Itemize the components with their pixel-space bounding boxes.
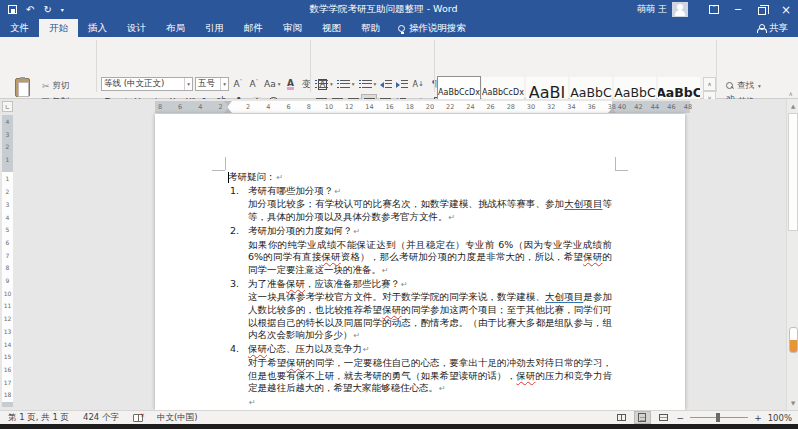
spelling-error-text: 保研 bbox=[321, 251, 340, 262]
tab-插入[interactable]: 插入 bbox=[78, 19, 117, 37]
minimize-button[interactable]: ─ bbox=[726, 0, 750, 19]
web-layout-button[interactable] bbox=[656, 412, 671, 423]
ruler-number: 3 bbox=[2, 130, 13, 137]
language-indicator[interactable]: 中文(中国) bbox=[157, 412, 198, 424]
page-indicator[interactable]: 第 1 页, 共 1 页 bbox=[8, 412, 69, 424]
right-indent-marker[interactable] bbox=[608, 108, 616, 113]
proofing-errors-icon[interactable] bbox=[133, 414, 143, 422]
ruler-number: 42 bbox=[634, 103, 642, 111]
shrink-font-button[interactable]: Aˇ bbox=[247, 77, 261, 91]
bullets-button[interactable]: ▾ bbox=[314, 77, 334, 91]
tab-邮件[interactable]: 邮件 bbox=[234, 19, 273, 37]
document-canvas: ∟ 86422468101214161820222426283032343638… bbox=[0, 99, 798, 410]
decrease-indent-button[interactable] bbox=[379, 77, 393, 91]
first-line-indent-marker[interactable] bbox=[224, 101, 232, 106]
ruler-number: 16 bbox=[385, 103, 393, 111]
redo-button[interactable]: ↻ bbox=[43, 5, 51, 15]
share-label: 共享 bbox=[769, 22, 788, 35]
ribbon-display-options-button[interactable]: ˆ bbox=[702, 0, 726, 19]
tab-开始[interactable]: 开始 bbox=[39, 19, 78, 37]
ruler-number: 34 bbox=[567, 103, 575, 111]
tab-引用[interactable]: 引用 bbox=[195, 19, 234, 37]
read-mode-button[interactable] bbox=[614, 412, 629, 423]
undo-button[interactable]: ↶ bbox=[26, 5, 34, 15]
sort-button[interactable]: A↓ bbox=[411, 77, 425, 91]
close-button[interactable]: × bbox=[774, 0, 798, 19]
font-name-dropdown-arrow[interactable]: ▾ bbox=[184, 78, 190, 90]
increase-indent-button[interactable] bbox=[395, 77, 409, 91]
paragraph-mark: ↵ bbox=[449, 213, 456, 222]
font-size-combo[interactable]: 五号 ▾ bbox=[195, 77, 229, 91]
paragraph-mark: ↵ bbox=[354, 331, 361, 340]
ribbon-tab-bar: 文件 开始插入设计布局引用邮件审阅视图帮助 操作说明搜索 共享 bbox=[0, 19, 798, 37]
ruler-number: 18 bbox=[406, 103, 414, 111]
scroll-up-arrow[interactable]: ▲ bbox=[787, 100, 798, 112]
ruler-number: 40 bbox=[618, 103, 626, 111]
tabs: 开始插入设计布局引用邮件审阅视图帮助 bbox=[39, 19, 390, 37]
customize-qat-button[interactable]: ▾ bbox=[61, 5, 64, 15]
spelling-error-text: 保研 bbox=[583, 251, 602, 262]
ruler-number: 18 bbox=[2, 391, 13, 398]
ruler-number: 15 bbox=[2, 353, 13, 360]
user-avatar[interactable] bbox=[672, 2, 688, 17]
print-layout-button[interactable] bbox=[635, 412, 650, 423]
horizontal-ruler[interactable]: 8642246810121416182022242628303234363840… bbox=[155, 101, 690, 113]
list-item: 4.保研心态、压力以及竞争力↵ bbox=[228, 343, 612, 357]
document-page[interactable]: 考研疑问：↵1.考研有哪些加分项？↵加分项比较多；有学校认可的比赛名次，如数学建… bbox=[155, 114, 685, 410]
change-case-button[interactable]: Aa▾ bbox=[263, 77, 281, 91]
numbering-button[interactable]: ▾ bbox=[336, 77, 356, 91]
tab-file[interactable]: 文件 bbox=[0, 19, 39, 37]
scrollbar-thumb[interactable] bbox=[788, 113, 798, 231]
ruler-number: 8 bbox=[158, 103, 162, 111]
font-name-combo[interactable]: 等线 (中文正文) ▾ bbox=[101, 77, 193, 91]
spelling-error-text: 保研 bbox=[286, 357, 305, 368]
ruler-number: 11 bbox=[2, 302, 13, 309]
tab-视图[interactable]: 视图 bbox=[312, 19, 351, 37]
share-button[interactable]: 共享 bbox=[757, 19, 788, 37]
ruler-number: 20 bbox=[426, 103, 434, 111]
cut-button[interactable]: ✂ 剪切 bbox=[42, 78, 70, 93]
ruler-number: 2 bbox=[219, 103, 223, 111]
tab-布局[interactable]: 布局 bbox=[156, 19, 195, 37]
find-button[interactable]: 查找 ▾ bbox=[726, 78, 761, 93]
ruler-number: 6 bbox=[178, 103, 182, 111]
paragraph-mark: ↵ bbox=[401, 280, 408, 289]
ruler-number: 12 bbox=[345, 103, 353, 111]
spelling-error-text: 保研 bbox=[516, 370, 535, 381]
tab-selector-box[interactable]: ∟ bbox=[2, 101, 13, 112]
hanging-indent-marker[interactable] bbox=[224, 108, 232, 113]
font-size-dropdown-arrow[interactable]: ▾ bbox=[220, 78, 226, 90]
tell-me-box[interactable]: 操作说明搜索 bbox=[390, 19, 474, 37]
tab-设计[interactable]: 设计 bbox=[117, 19, 156, 37]
zoom-in-button[interactable]: + bbox=[754, 413, 762, 423]
find-label: 查找 bbox=[737, 80, 754, 92]
restore-button[interactable] bbox=[750, 0, 774, 19]
vertical-scrollbar[interactable]: ▲ ▼ bbox=[786, 99, 798, 410]
tab-帮助[interactable]: 帮助 bbox=[351, 19, 390, 37]
document-text[interactable]: 考研疑问：↵1.考研有哪些加分项？↵加分项比较多；有学校认可的比赛名次，如数学建… bbox=[228, 171, 612, 410]
resume-reading-bookmark-icon[interactable] bbox=[789, 327, 798, 353]
tell-me-label: 操作说明搜索 bbox=[409, 22, 466, 35]
print-layout-icon bbox=[638, 413, 646, 422]
scroll-down-arrow[interactable]: ▼ bbox=[787, 397, 798, 409]
word-count[interactable]: 424 个字 bbox=[83, 412, 119, 424]
save-icon[interactable] bbox=[8, 5, 17, 14]
collapse-ribbon-button[interactable]: ∧ bbox=[789, 90, 793, 97]
clear-formatting-button[interactable]: A bbox=[283, 77, 297, 91]
paragraph-mark: ↵ bbox=[363, 345, 370, 354]
zoom-slider-handle[interactable] bbox=[716, 413, 720, 422]
ruler-number: 48 bbox=[684, 103, 692, 111]
tab-审阅[interactable]: 审阅 bbox=[273, 19, 312, 37]
paragraph-mark: ↵ bbox=[335, 187, 342, 196]
ribbon-display-options-icon: ˆ bbox=[709, 5, 719, 14]
zoom-level[interactable]: 100% bbox=[768, 413, 792, 423]
multilevel-list-button[interactable]: ▾ bbox=[358, 77, 378, 91]
vertical-ruler[interactable]: 4321123456789101112131415161718 bbox=[2, 115, 13, 407]
styles-scroll-up-button[interactable]: ∧ bbox=[703, 77, 716, 91]
ruler-number: 17 bbox=[2, 378, 13, 385]
zoom-out-button[interactable]: − bbox=[677, 413, 685, 423]
ruler-number: 10 bbox=[325, 103, 333, 111]
cut-label: 剪切 bbox=[53, 80, 70, 92]
zoom-slider[interactable] bbox=[690, 417, 748, 418]
grow-font-button[interactable]: Aˆ bbox=[231, 77, 245, 91]
